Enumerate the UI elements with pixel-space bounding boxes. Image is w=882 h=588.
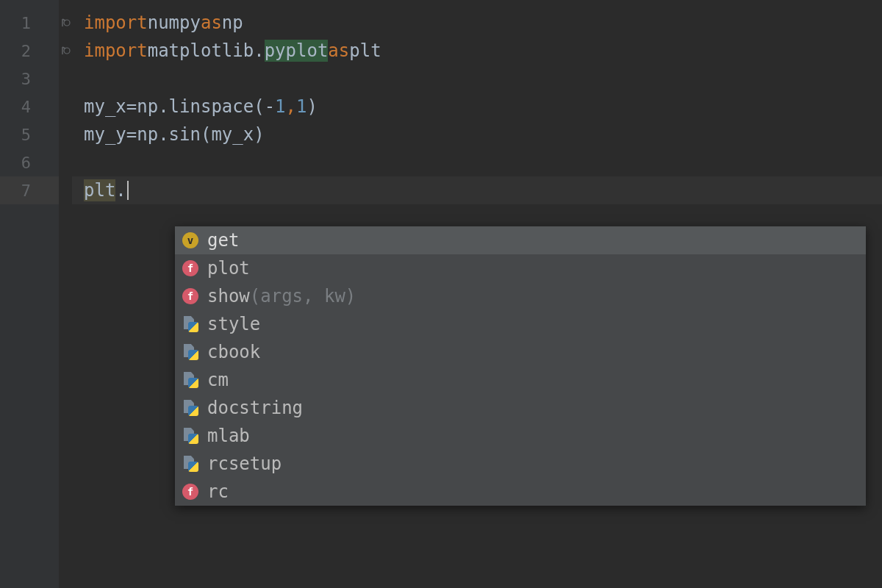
autocomplete-item[interactable]: rcsetup (175, 450, 866, 478)
autocomplete-label: mlab (207, 426, 250, 446)
autocomplete-item[interactable]: fshow(args, kw) (175, 282, 866, 310)
autocomplete-label: rcsetup (207, 453, 282, 474)
module-icon (182, 456, 198, 472)
autocomplete-label: get (207, 230, 239, 251)
module-icon (182, 428, 198, 444)
function-icon: f (182, 288, 198, 304)
autocomplete-item[interactable]: vget (175, 226, 866, 254)
autocomplete-label: docstring (207, 398, 303, 418)
autocomplete-item[interactable]: cbook (175, 338, 866, 366)
line-number: 6 (0, 148, 59, 176)
code-line[interactable]: import numpy as np (84, 9, 882, 37)
code-line[interactable]: plt. (72, 176, 882, 204)
line-number: 1 (0, 9, 59, 37)
code-area[interactable]: import numpy as npimport matplotlib.pypl… (72, 0, 882, 588)
fold-toggle-icon[interactable] (59, 37, 72, 65)
module-icon (182, 316, 198, 332)
autocomplete-label: cm (207, 370, 229, 390)
line-number: 2 (0, 37, 59, 65)
module-icon (182, 344, 198, 360)
line-number: 3 (0, 65, 59, 93)
autocomplete-label: cbook (207, 342, 260, 362)
text-caret (127, 181, 129, 200)
line-number-gutter: 1234567 (0, 0, 59, 588)
autocomplete-label: rc (207, 481, 229, 502)
line-number: 4 (0, 93, 59, 121)
autocomplete-label: show (207, 286, 250, 306)
autocomplete-popup[interactable]: vgetfplotfshow(args, kw)stylecbookcmdocs… (175, 226, 866, 506)
code-line[interactable]: my_y = np.sin(my_x) (84, 121, 882, 148)
line-number: 5 (0, 121, 59, 148)
autocomplete-item[interactable]: style (175, 310, 866, 338)
variable-icon: v (182, 232, 198, 248)
code-line[interactable]: import matplotlib.pyplot as plt (84, 37, 882, 65)
fold-margin (59, 0, 72, 588)
code-line[interactable] (84, 148, 882, 176)
code-line[interactable]: my_x = np.linspace(-1, 1) (84, 93, 882, 121)
function-icon: f (182, 484, 198, 500)
autocomplete-item[interactable]: fplot (175, 254, 866, 282)
module-icon (182, 400, 198, 416)
autocomplete-params: (args, kw) (250, 286, 356, 306)
autocomplete-label: style (207, 314, 260, 334)
autocomplete-label: plot (207, 258, 250, 279)
code-line[interactable] (84, 65, 882, 93)
autocomplete-item[interactable]: mlab (175, 422, 866, 450)
fold-toggle-icon[interactable] (59, 9, 72, 37)
autocomplete-item[interactable]: docstring (175, 394, 866, 422)
line-number: 7 (0, 176, 59, 204)
autocomplete-item[interactable]: frc (175, 478, 866, 506)
function-icon: f (182, 260, 198, 276)
code-editor: 1234567 import numpy as npimport matplot… (0, 0, 882, 588)
module-icon (182, 372, 198, 388)
autocomplete-item[interactable]: cm (175, 366, 866, 394)
